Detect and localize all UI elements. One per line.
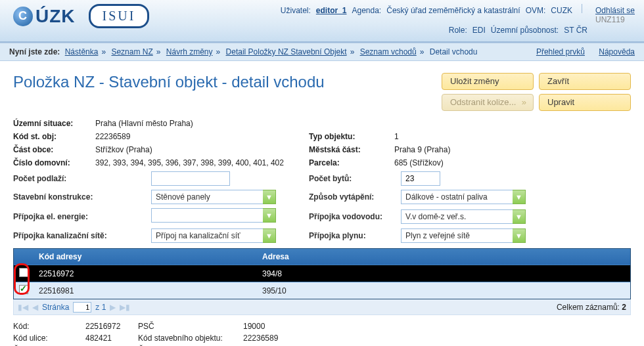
address-table: Kód adresy Adresa 22516972 394/8 2251698… bbox=[13, 248, 631, 299]
logo-cuzk[interactable]: C ÚZK bbox=[13, 6, 76, 27]
select-pripojka-el[interactable]: ▼ bbox=[151, 208, 276, 225]
chevron-down-icon: ▼ bbox=[513, 209, 526, 224]
lbl-psc: PSČ bbox=[138, 322, 243, 331]
unit-code: UNZ119 bbox=[595, 15, 625, 24]
cell-code: 22516981 bbox=[34, 286, 257, 295]
cell-addr: 395/10 bbox=[257, 286, 630, 295]
val-cast-obce: Střížkov (Praha) bbox=[95, 145, 152, 154]
logo-cuzk-text: ÚZK bbox=[35, 6, 76, 27]
col-code-header: Kód adresy bbox=[34, 252, 257, 261]
select-pripojka-vodovodu[interactable]: V.v domě-z veř.s. ▼ bbox=[401, 209, 526, 224]
select-pripojka-plynu[interactable]: Plyn z veřejné sítě ▼ bbox=[401, 228, 526, 243]
pager: ▮◀ ◀ Stránka z 1 ▶ ▶▮ Celkem záznamů: 2 bbox=[13, 299, 631, 315]
highlight-ring bbox=[14, 263, 30, 295]
separator bbox=[582, 4, 582, 13]
close-button[interactable]: Zavřít bbox=[539, 73, 631, 90]
select-pripojka-kanalizace[interactable]: Přípoj na kanalizační síť ▼ bbox=[151, 228, 276, 243]
lbl-cislo-domovni: Číslo domovní: bbox=[13, 158, 89, 167]
input-pocet-podlazi[interactable] bbox=[151, 171, 230, 186]
lbl-kod-so: Kód stavebního objektu: bbox=[138, 334, 243, 343]
scope-label: Územní působnost: bbox=[491, 26, 559, 35]
bc-navrh-zmeny[interactable]: Návrh změny bbox=[166, 47, 213, 56]
lbl-pocet-bytu: Počet bytů: bbox=[309, 174, 394, 183]
lbl-zpusob-vytapeni: Způsob vytápění: bbox=[309, 192, 394, 202]
chevron-down-icon: ▼ bbox=[513, 190, 526, 204]
ovm-value: CUZK bbox=[551, 6, 572, 15]
breadcrumb: Nyní jste zde: Nástěnka» Seznam NZ» Návr… bbox=[9, 47, 477, 56]
scope-value: ST ČR bbox=[564, 26, 587, 35]
cell-addr: 394/8 bbox=[257, 269, 630, 278]
lbl-pripojka-plynu: Přípojka plynu: bbox=[309, 231, 394, 240]
val-kod-so: 22236589 bbox=[243, 334, 278, 343]
pager-of: z 1 bbox=[95, 303, 106, 312]
bc-seznam-nz[interactable]: Seznam NZ bbox=[111, 47, 152, 56]
link-napoveda[interactable]: Nápověda bbox=[599, 47, 635, 56]
select-stavebni-konstrukce[interactable]: Stěnové panely ▼ bbox=[151, 190, 276, 204]
header-meta: Uživatel: editor_1 Agenda: Český úřad ze… bbox=[281, 4, 635, 36]
lbl-mestska-cast: Městská část: bbox=[309, 145, 388, 154]
val-parcela: 685 (Střížkov) bbox=[394, 158, 444, 167]
edit-button[interactable]: Upravit bbox=[539, 94, 631, 111]
input-pocet-bytu[interactable] bbox=[401, 171, 440, 186]
logout-link[interactable]: Odhlásit se bbox=[595, 6, 635, 15]
breadcrumb-bar: Nyní jste zde: Nástěnka» Seznam NZ» Návr… bbox=[0, 43, 644, 61]
role-value: EDI bbox=[472, 26, 486, 35]
bc-detail-polozky[interactable]: Detail Položky NZ Stavební Objekt bbox=[226, 47, 347, 56]
chevron-down-icon: ▼ bbox=[263, 208, 276, 223]
val-typ-objektu: 1 bbox=[394, 132, 399, 141]
page-input[interactable] bbox=[73, 302, 91, 313]
val-uzemni-situace: Praha (Hlavní město Praha) bbox=[95, 119, 193, 128]
lbl-kod-st-obj: Kód st. obj: bbox=[13, 132, 89, 141]
bc-seznam-vchodu[interactable]: Seznam vchodů bbox=[360, 47, 417, 56]
lbl-typ-objektu: Typ objektu: bbox=[309, 132, 388, 141]
lbl-pripojka-el: Přípojka el. energie: bbox=[13, 212, 145, 221]
role-label: Role: bbox=[449, 26, 467, 35]
globe-icon: C bbox=[13, 7, 33, 26]
pager-total-label: Celkem záznamů: bbox=[557, 303, 620, 312]
pager-total-value: 2 bbox=[622, 303, 626, 312]
pager-label: Stránka bbox=[42, 303, 69, 312]
row-detail: Kód: 22516972 PSČ 19000 Kód ulice: 48242… bbox=[0, 315, 644, 346]
app-header: C ÚZK ISUI Uživatel: editor_1 Agenda: Če… bbox=[0, 0, 644, 43]
lbl-pripojka-kanalizace: Přípojka kanalizační sítě: bbox=[13, 231, 145, 240]
agenda-value: Český úřad zeměměřický a katastrální bbox=[386, 6, 520, 15]
val-kod-ulice: 482421 bbox=[85, 334, 138, 343]
col-addr-header: Adresa bbox=[257, 252, 630, 261]
chevron-down-icon: ▼ bbox=[513, 228, 526, 243]
ovm-label: OVM: bbox=[526, 6, 546, 15]
last-page-icon[interactable]: ▶▮ bbox=[120, 303, 130, 312]
remove-collisions-button: Odstranit kolize... bbox=[442, 94, 534, 111]
val-kod: 22516972 bbox=[85, 322, 138, 331]
val-kod-st-obj: 22236589 bbox=[95, 132, 130, 141]
table-row[interactable]: 22516981 395/10 bbox=[14, 282, 630, 299]
logo-isui[interactable]: ISUI bbox=[89, 4, 150, 28]
details-block: Územní situace: Praha (Hlavní město Prah… bbox=[0, 119, 644, 243]
table-row[interactable]: 22516972 394/8 bbox=[14, 265, 630, 282]
lbl-kod-ulice: Kód ulice: bbox=[13, 334, 85, 343]
lbl-pocet-podlazi: Počet podlaží: bbox=[13, 174, 145, 183]
prev-page-icon[interactable]: ◀ bbox=[32, 303, 38, 312]
user-label: Uživatel: bbox=[281, 6, 311, 15]
user-link[interactable]: editor_1 bbox=[316, 6, 347, 15]
lbl-cast-obce: Část obce: bbox=[13, 145, 89, 154]
lbl-kod: Kód: bbox=[13, 322, 85, 331]
val-mestska-cast: Praha 9 (Praha) bbox=[394, 145, 450, 154]
val-psc: 19000 bbox=[243, 322, 265, 331]
link-prehled-prvku[interactable]: Přehled prvků bbox=[536, 47, 585, 56]
lbl-uzemni-situace: Územní situace: bbox=[13, 119, 89, 128]
chevron-down-icon: ▼ bbox=[263, 228, 276, 243]
lbl-stavebni-konstrukce: Stavební konstrukce: bbox=[13, 192, 145, 202]
bc-current: Detail vchodu bbox=[430, 47, 478, 56]
page-title: Položka NZ - Stavební objekt - detail vc… bbox=[13, 73, 325, 91]
first-page-icon[interactable]: ▮◀ bbox=[18, 303, 28, 312]
next-page-icon[interactable]: ▶ bbox=[110, 303, 116, 312]
cell-code: 22516972 bbox=[34, 269, 257, 278]
breadcrumb-prefix: Nyní jste zde: bbox=[9, 47, 60, 56]
logo-zone: C ÚZK ISUI bbox=[13, 4, 149, 28]
agenda-label: Agenda: bbox=[352, 6, 382, 15]
lbl-parcela: Parcela: bbox=[309, 158, 388, 167]
save-button[interactable]: Uložit změny bbox=[442, 73, 534, 90]
select-zpusob-vytapeni[interactable]: Dálkové - ostatní paliva ▼ bbox=[401, 190, 526, 204]
bc-nastenka[interactable]: Nástěnka bbox=[65, 47, 99, 56]
val-cislo-domovni: 392, 393, 394, 395, 396, 397, 398, 399, … bbox=[95, 158, 284, 167]
